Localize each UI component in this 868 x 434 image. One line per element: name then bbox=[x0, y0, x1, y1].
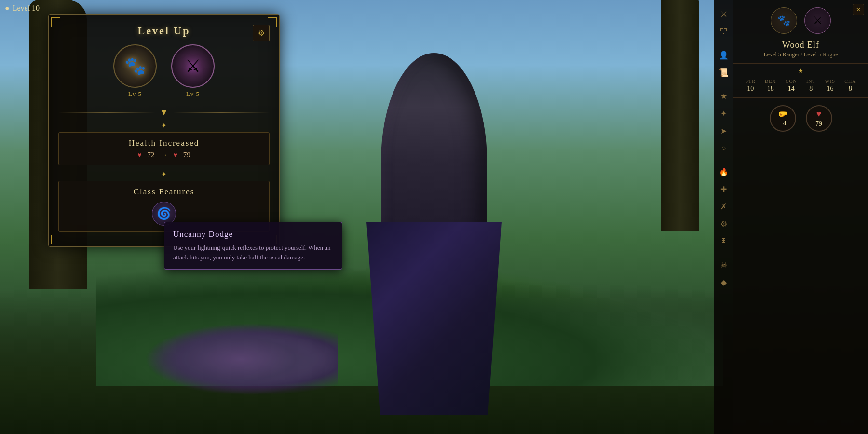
side-icon-sword[interactable]: ⚔ bbox=[717, 7, 731, 21]
ranger-level-badge: Lv 5 bbox=[128, 90, 142, 98]
side-icon-gear[interactable]: ⚙ bbox=[717, 217, 731, 231]
proficiency-stat: 🤛 +4 bbox=[770, 105, 796, 132]
level-indicator: ● Level 10 bbox=[5, 4, 40, 13]
ranger-class-icon[interactable]: 🐾 bbox=[113, 44, 157, 88]
settings-button[interactable]: ⚙ bbox=[253, 25, 270, 41]
side-icon-circle[interactable]: ○ bbox=[717, 141, 731, 155]
stats-row: STR 10 DEX 18 CON 14 INT 8 WIS 16 CHA 8 bbox=[733, 77, 868, 98]
icon-divider-4 bbox=[719, 253, 729, 253]
char-ranger-icon[interactable]: 🐾 bbox=[771, 7, 797, 34]
stat-wis: WIS 16 bbox=[825, 79, 835, 93]
divider-line-left bbox=[58, 112, 155, 113]
side-icon-shield[interactable]: 🛡 bbox=[717, 25, 731, 38]
class-features-title: Class Features bbox=[68, 187, 259, 197]
corner-tl bbox=[51, 17, 60, 27]
level-up-title: Level Up bbox=[58, 25, 270, 37]
rogue-level-badge: Lv 5 bbox=[186, 90, 200, 98]
stat-str-value: 10 bbox=[747, 85, 754, 93]
right-panel: ✕ 🐾 ⚔ Wood Elf Level 5 Ranger / Level 5 … bbox=[733, 0, 868, 434]
stat-dex-label: DEX bbox=[765, 79, 776, 84]
character-body bbox=[381, 53, 487, 415]
right-icons-bar: ⚔ 🛡 👤 📜 ★ ✦ ➤ ○ 🔥 ✚ ✗ ⚙ 👁 ☠ ◆ bbox=[714, 0, 733, 434]
character-subtitle: Level 5 Ranger / Level 5 Rogue bbox=[733, 51, 868, 64]
divider-chevron: ▼ bbox=[160, 108, 168, 118]
rogue-icon-container: ⚔ Lv 5 bbox=[171, 44, 215, 98]
stat-int: INT 8 bbox=[806, 79, 816, 93]
level-up-panel: ⚙ Level Up 🐾 Lv 5 ⚔ Lv 5 ▼ ✦ Health Incr… bbox=[48, 14, 280, 247]
side-icon-star[interactable]: ★ bbox=[717, 89, 731, 103]
side-icon-eye[interactable]: 👁 bbox=[717, 234, 731, 248]
proficiency-value: +4 bbox=[779, 120, 787, 127]
right-panel-close[interactable]: ✕ bbox=[853, 4, 864, 15]
stat-cha-label: CHA bbox=[844, 79, 856, 84]
side-icon-flame[interactable]: 🔥 bbox=[717, 165, 731, 178]
char-rogue-icon[interactable]: ⚔ bbox=[804, 7, 831, 34]
character bbox=[313, 0, 555, 415]
tooltip-description: Use your lightning-quick reflexes to pro… bbox=[173, 243, 333, 262]
side-icon-plus[interactable]: ✚ bbox=[717, 182, 731, 196]
character-cloak bbox=[366, 222, 502, 415]
health-new-value: 79 bbox=[183, 151, 190, 159]
health-card: Health Increased ♥ 72 → ♥ 79 bbox=[58, 132, 270, 165]
stat-int-value: 8 bbox=[809, 85, 813, 93]
level-dot: ● bbox=[5, 4, 10, 13]
rogue-class-icon[interactable]: ⚔ bbox=[171, 44, 215, 88]
stat-dex: DEX 18 bbox=[765, 79, 776, 93]
top-divider: ▼ bbox=[58, 108, 270, 118]
level-text: Level 10 bbox=[13, 4, 40, 13]
health-title: Health Increased bbox=[68, 138, 259, 148]
side-icon-scroll[interactable]: 📜 bbox=[717, 66, 731, 79]
stat-con-label: CON bbox=[786, 79, 797, 84]
stat-con-value: 14 bbox=[788, 85, 795, 93]
sparkle-top: ✦ bbox=[58, 122, 270, 130]
purple-flowers bbox=[145, 323, 338, 395]
combat-stats-row: 🤛 +4 ♥ 79 bbox=[733, 98, 868, 139]
divider-line-right bbox=[173, 112, 270, 113]
side-icon-diamond[interactable]: ◆ bbox=[717, 275, 731, 289]
ranger-icon-glyph: 🐾 bbox=[124, 56, 146, 76]
character-name: Wood Elf bbox=[733, 36, 868, 51]
corner-bl bbox=[51, 235, 60, 244]
ranger-icon-container: 🐾 Lv 5 bbox=[113, 44, 157, 98]
stat-wis-value: 16 bbox=[827, 85, 833, 93]
stat-cha: CHA 8 bbox=[844, 79, 856, 93]
heart-icon-new: ♥ bbox=[174, 151, 177, 159]
stats-star: ★ bbox=[733, 64, 868, 77]
health-value: 79 bbox=[815, 120, 822, 128]
stat-con: CON 14 bbox=[786, 79, 797, 93]
stat-str: STR 10 bbox=[746, 79, 756, 93]
health-icon: ♥ bbox=[816, 109, 822, 119]
stat-wis-label: WIS bbox=[825, 79, 835, 84]
icon-divider-3 bbox=[719, 160, 729, 160]
stat-str-label: STR bbox=[746, 79, 756, 84]
proficiency-icon: 🤛 bbox=[778, 109, 787, 119]
tree-right bbox=[661, 0, 699, 231]
stat-cha-value: 8 bbox=[849, 85, 852, 93]
health-arrow: → bbox=[161, 151, 168, 159]
tooltip-title: Uncanny Dodge bbox=[173, 230, 333, 239]
stat-int-label: INT bbox=[806, 79, 816, 84]
icon-divider-2 bbox=[719, 84, 729, 84]
icon-divider-1 bbox=[719, 43, 729, 43]
health-stat: ♥ 79 bbox=[806, 105, 832, 132]
side-icon-magic[interactable]: ✦ bbox=[717, 107, 731, 120]
side-icon-person[interactable]: 👤 bbox=[717, 48, 731, 62]
health-old-value: 72 bbox=[148, 151, 155, 159]
sparkle-mid: ✦ bbox=[58, 170, 270, 178]
stat-dex-value: 18 bbox=[767, 85, 774, 93]
side-icon-x[interactable]: ✗ bbox=[717, 200, 731, 213]
char-class-icons: 🐾 ⚔ bbox=[733, 0, 868, 36]
heart-icon-old: ♥ bbox=[137, 151, 141, 159]
rogue-icon-glyph: ⚔ bbox=[185, 56, 201, 76]
side-icon-arrow[interactable]: ➤ bbox=[717, 124, 731, 137]
tooltip: Uncanny Dodge Use your lightning-quick r… bbox=[164, 222, 342, 270]
class-icons-row: 🐾 Lv 5 ⚔ Lv 5 bbox=[58, 44, 270, 98]
side-icon-skull[interactable]: ☠ bbox=[717, 258, 731, 271]
health-row: ♥ 72 → ♥ 79 bbox=[68, 151, 259, 159]
